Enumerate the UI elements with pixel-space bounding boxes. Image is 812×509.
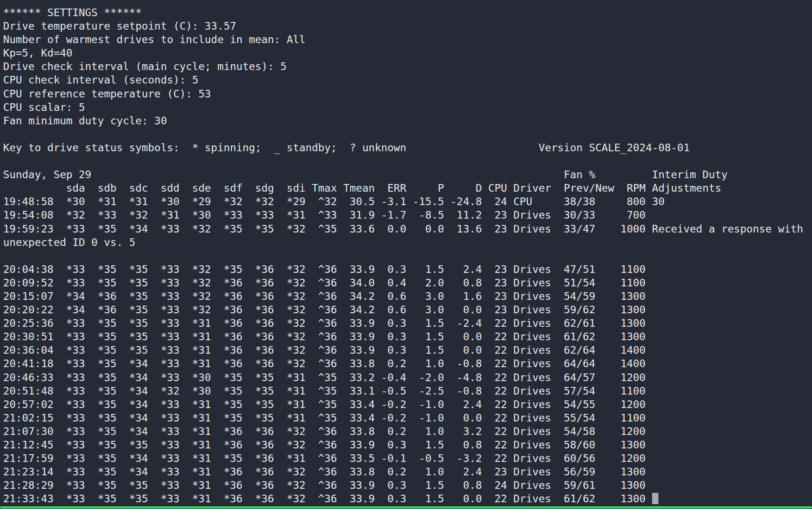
table-row: 21:12:45 *33 *35 *35 *33 *31 *36 *36 *32…	[3, 438, 803, 452]
key-and-version-line: Key to drive status symbols: * spinning;…	[3, 141, 803, 154]
wrapped-continuation-line: unexpected ID 0 vs. 5	[3, 236, 803, 249]
table-row: 20:57:02 *33 *35 *34 *33 *31 *35 *35 *31…	[3, 398, 803, 411]
table-row: 20:51:48 *33 *35 *34 *32 *30 *35 *35 *31…	[3, 384, 803, 398]
table-row: 20:46:33 *33 *35 *34 *33 *30 *35 *35 *31…	[3, 371, 803, 384]
table-row: 21:23:14 *33 *35 *34 *33 *31 *36 *36 *32…	[3, 465, 803, 478]
table-row: 20:15:07 *34 *36 *35 *33 *32 *36 *36 *32…	[3, 290, 803, 303]
date-and-group-header-line: Sunday, Sep 29 Fan % Interim Duty	[3, 168, 803, 181]
settings-line: Kp=5, Kd=40	[3, 46, 803, 60]
settings-line: CPU scalar: 5	[3, 101, 803, 114]
blank-line	[3, 154, 803, 168]
table-row: 20:36:04 *33 *35 *35 *33 *31 *36 *36 *32…	[3, 343, 803, 357]
table-row: 19:48:58 *30 *31 *31 *30 *29 *32 *32 *29…	[3, 195, 803, 208]
table-row: 21:28:29 *33 *35 *35 *33 *31 *36 *36 *32…	[3, 478, 803, 492]
table-row: 21:02:15 *33 *35 *34 *33 *31 *35 *35 *31…	[3, 411, 803, 425]
settings-line: Drive temperature setpoint (C): 33.57	[3, 19, 803, 33]
table-row: 20:20:22 *34 *36 *35 *33 *32 *36 *36 *32…	[3, 303, 803, 316]
settings-line: Drive check interval (main cycle; minute…	[3, 60, 803, 73]
table-row: 21:17:59 *33 *35 *34 *33 *31 *35 *36 *31…	[3, 452, 803, 465]
table-row: 20:09:52 *33 *35 *35 *33 *32 *36 *36 *32…	[3, 276, 803, 290]
settings-title-line: ****** SETTINGS ******	[3, 6, 803, 19]
terminal-screen[interactable]: ****** SETTINGS ******Drive temperature …	[0, 0, 812, 509]
table-row: 21:33:43 *33 *35 *35 *33 *31 *36 *36 *32…	[3, 492, 803, 505]
table-row: 20:25:36 *33 *35 *35 *33 *31 *36 *36 *32…	[3, 316, 803, 330]
table-row: 20:30:51 *33 *35 *35 *33 *31 *36 *36 *32…	[3, 330, 803, 343]
column-header-line: sda sdb sdc sdd sde sdf sdg sdi Tmax Tme…	[3, 181, 803, 195]
table-row: 19:54:08 *32 *33 *32 *31 *30 *33 *33 *31…	[3, 208, 803, 222]
blank-line	[3, 127, 803, 141]
blank-line	[3, 249, 803, 263]
terminal-active-indicator	[0, 506, 812, 509]
terminal-cursor	[652, 493, 658, 504]
terminal-output: ****** SETTINGS ******Drive temperature …	[3, 6, 803, 505]
settings-line: CPU reference temperature (C): 53	[3, 87, 803, 101]
table-row: 21:07:30 *33 *35 *34 *33 *31 *36 *36 *32…	[3, 425, 803, 438]
table-row: 19:59:23 *33 *35 *34 *33 *32 *35 *35 *32…	[3, 222, 803, 236]
settings-line: Number of warmest drives to include in m…	[3, 33, 803, 46]
settings-line: CPU check interval (seconds): 5	[3, 73, 803, 87]
settings-line: Fan minimum duty cycle: 30	[3, 114, 803, 127]
table-row: 20:04:38 *33 *35 *35 *33 *32 *35 *36 *32…	[3, 263, 803, 276]
table-row: 20:41:18 *33 *35 *34 *33 *31 *36 *36 *32…	[3, 357, 803, 370]
